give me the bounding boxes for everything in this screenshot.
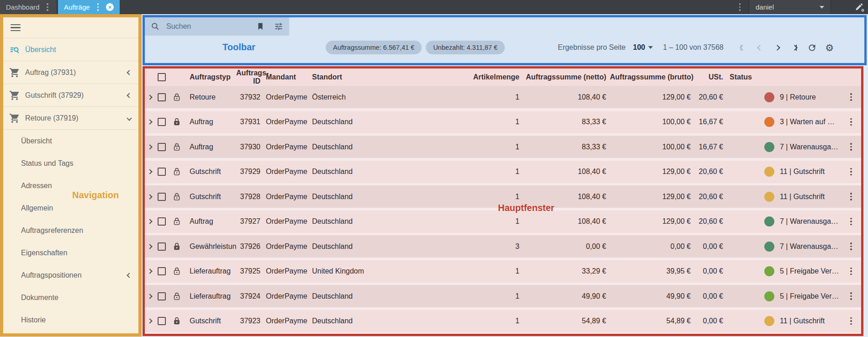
tab-dashboard-menu-icon[interactable] xyxy=(45,2,50,12)
per-page-value: 100 xyxy=(633,43,645,52)
row-checkbox[interactable] xyxy=(158,317,166,325)
table-row[interactable]: Gutschrift 37923 OrderPayment Po… Deutsc… xyxy=(145,310,861,332)
refresh-icon[interactable] xyxy=(807,42,818,53)
sidebar-subitem[interactable]: Dokumente xyxy=(3,286,138,309)
close-tab-icon[interactable]: × xyxy=(106,3,114,11)
sidebar-subitem-label: Status und Tags xyxy=(21,159,73,168)
col-netto[interactable]: Auftragssumme (netto) xyxy=(523,73,610,81)
sidebar-subitem-label: Übersicht xyxy=(21,137,52,145)
sidebar-item[interactable]: Übersicht xyxy=(3,38,138,61)
col-auftrags-id[interactable]: Auftrags-ID xyxy=(236,69,263,85)
row-menu-icon[interactable] xyxy=(848,142,854,152)
sidebar-subitem-label: Eigenschaften xyxy=(21,249,67,257)
table-row[interactable]: Retoure 37932 OrderPayment Po… Österreic… xyxy=(145,86,861,108)
row-checkbox[interactable] xyxy=(158,168,166,176)
previous-page-icon[interactable] xyxy=(755,42,766,53)
last-page-icon[interactable] xyxy=(789,42,800,53)
row-checkbox[interactable] xyxy=(158,217,166,226)
sidebar-subitem[interactable]: Historie xyxy=(3,309,138,331)
sidebar-subitem[interactable]: Auftragsreferenzen xyxy=(3,219,138,242)
tab-auftraege[interactable]: Aufträge × xyxy=(58,0,120,14)
sidebar-subitem[interactable]: Eigenschaften xyxy=(3,242,138,264)
row-menu-icon[interactable] xyxy=(848,267,854,276)
row-menu-icon[interactable] xyxy=(848,192,854,201)
edit-icon[interactable] xyxy=(855,2,865,12)
sidebar-subitem-label: Allgemein xyxy=(21,204,53,212)
tab-auftraege-menu-icon[interactable] xyxy=(95,2,101,12)
row-menu-icon[interactable] xyxy=(848,92,854,102)
sidebar-item[interactable]: Auftrag (37931) xyxy=(3,61,138,84)
col-status[interactable]: Status xyxy=(727,73,841,81)
sidebar-item-label: Übersicht xyxy=(25,46,56,54)
expand-row-icon[interactable] xyxy=(147,318,152,323)
col-ust[interactable]: USt. xyxy=(694,73,727,81)
bookmark-icon[interactable] xyxy=(256,22,265,31)
cell-status: 7 | Warenausga… xyxy=(727,216,841,226)
user-name: daniel xyxy=(756,3,774,11)
settings-gear-icon[interactable]: ⚙ xyxy=(824,42,835,53)
menu-icon[interactable] xyxy=(9,23,22,33)
expand-row-icon[interactable] xyxy=(147,219,152,224)
col-mandant[interactable]: Mandant xyxy=(263,73,307,81)
table-row[interactable]: Auftrag 37931 OrderPayment Po… Deutschla… xyxy=(145,111,861,133)
row-checkbox[interactable] xyxy=(158,242,166,251)
expand-row-icon[interactable] xyxy=(147,294,152,299)
table-row[interactable]: Auftrag 37927 OrderPayment Po… Deutschla… xyxy=(145,211,861,233)
row-checkbox[interactable] xyxy=(158,193,166,201)
row-menu-icon[interactable] xyxy=(848,291,854,301)
overflow-menu-icon[interactable] xyxy=(731,0,749,14)
expand-row-icon[interactable] xyxy=(147,244,152,249)
cell-ust: 0,00 € xyxy=(694,292,727,300)
sidebar-item[interactable]: Retoure (37919) xyxy=(3,107,138,130)
table-row[interactable]: Gutschrift 37929 OrderPayment Po… Deutsc… xyxy=(145,161,861,183)
row-checkbox[interactable] xyxy=(158,267,166,275)
col-standort[interactable]: Standort xyxy=(307,73,360,81)
status-label: 3 | Warten auf … xyxy=(780,118,835,126)
lock-open-icon xyxy=(172,266,182,276)
select-all-checkbox[interactable] xyxy=(158,73,166,81)
expand-row-icon[interactable] xyxy=(147,119,152,124)
filter-tune-icon[interactable] xyxy=(274,22,283,31)
cell-auftragstyp: Lieferauftrag xyxy=(185,267,236,275)
sidebar-subitem[interactable]: Übersicht xyxy=(3,130,138,152)
expand-row-icon[interactable] xyxy=(147,144,152,149)
expand-row-icon[interactable] xyxy=(147,194,152,199)
row-checkbox[interactable] xyxy=(158,118,166,126)
sidebar-subitem[interactable]: Auftragspositionen xyxy=(3,264,138,286)
sidebar-item[interactable]: Gutschrift (37929) xyxy=(3,84,138,107)
status-dot xyxy=(764,92,774,102)
expand-row-icon[interactable] xyxy=(147,95,152,100)
row-menu-icon[interactable] xyxy=(848,167,854,177)
cell-artikelmenge: 1 xyxy=(360,292,523,300)
search-input[interactable] xyxy=(166,22,230,31)
row-menu-icon[interactable] xyxy=(848,117,854,127)
row-checkbox[interactable] xyxy=(158,292,166,300)
table-row[interactable]: Auftrag 37930 OrderPayment Po… Deutschla… xyxy=(145,136,861,158)
col-artikelmenge[interactable]: Artikelmenge xyxy=(360,73,523,81)
cell-netto: 83,33 € xyxy=(523,118,610,126)
user-menu[interactable]: daniel xyxy=(749,0,831,14)
table-row[interactable]: Lieferauftrag 37925 OrderPayment Po… Uni… xyxy=(145,260,861,283)
cell-ust: 20,60 € xyxy=(694,193,727,201)
col-brutto[interactable]: Auftragssumme (brutto) xyxy=(610,73,694,81)
first-page-icon[interactable] xyxy=(737,42,748,53)
expand-row-icon[interactable] xyxy=(147,269,152,274)
row-checkbox[interactable] xyxy=(158,143,166,151)
cell-standort: Österreich xyxy=(307,93,360,101)
col-auftragstyp[interactable]: Auftragstyp xyxy=(185,73,236,81)
next-page-icon[interactable] xyxy=(772,42,783,53)
row-menu-icon[interactable] xyxy=(848,217,854,226)
per-page-select[interactable]: 100 xyxy=(633,43,653,52)
tab-dashboard[interactable]: Dashboard xyxy=(0,0,56,14)
status-dot xyxy=(764,142,774,152)
cell-auftrags-id: 37926 xyxy=(236,242,263,251)
row-menu-icon[interactable] xyxy=(848,316,854,326)
search-bar[interactable] xyxy=(145,17,289,36)
row-menu-icon[interactable] xyxy=(848,242,854,251)
table-row[interactable]: Lieferauftrag 37924 OrderPayment Po… Deu… xyxy=(145,285,861,307)
sidebar-subitem[interactable]: Status und Tags xyxy=(3,152,138,174)
row-checkbox[interactable] xyxy=(158,93,166,101)
expand-row-icon[interactable] xyxy=(147,169,152,174)
cell-ust: 20,60 € xyxy=(694,168,727,176)
table-row[interactable]: Gewährleistung 37926 OrderPayment Po… De… xyxy=(145,235,861,258)
